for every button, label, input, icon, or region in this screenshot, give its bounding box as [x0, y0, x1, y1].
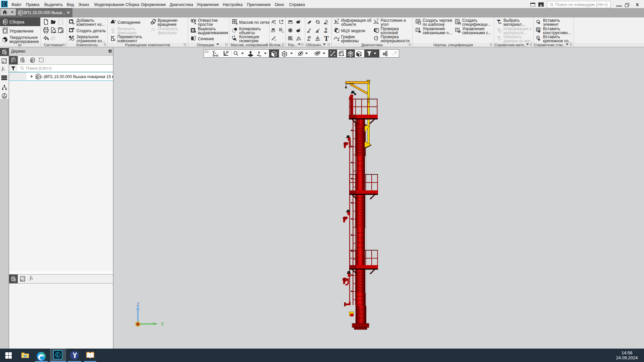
svg-text:?: ? — [337, 19, 339, 22]
svg-text:12: 12 — [14, 60, 16, 62]
svg-text:?: ? — [377, 19, 379, 22]
svg-text:?: ? — [376, 37, 378, 40]
svg-text:A: A — [326, 28, 327, 30]
svg-text:R: R — [299, 28, 301, 31]
svg-text:Y: Y — [161, 321, 164, 327]
svg-text:E: E — [309, 28, 311, 31]
